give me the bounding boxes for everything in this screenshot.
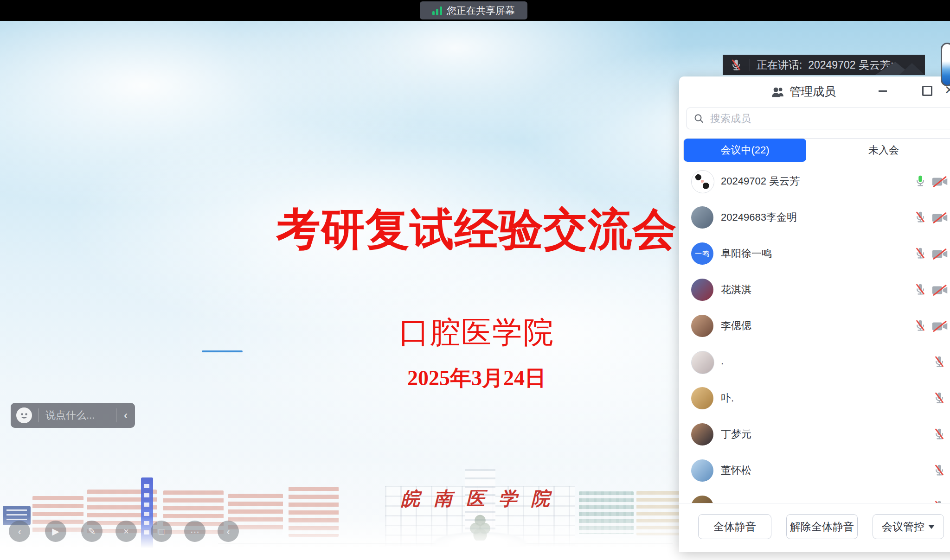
tab-in-meeting[interactable]: 会议中(22) bbox=[684, 139, 806, 162]
manage-members-panel: 管理成员 ✕ 会议中(22) 未入会 20249702 吴云芳 bbox=[679, 76, 950, 552]
camera-status-icon[interactable] bbox=[931, 176, 948, 188]
minimize-button[interactable] bbox=[879, 90, 887, 92]
member-name: 阜阳徐一鸣 bbox=[721, 247, 772, 261]
tab-not-joined[interactable]: 未入会 bbox=[806, 139, 950, 162]
member-row[interactable]: 20249683李金明 bbox=[679, 199, 950, 235]
chat-collapse-chevron[interactable]: ‹ bbox=[124, 409, 128, 422]
camera-status-icon[interactable] bbox=[931, 248, 948, 260]
member-row[interactable]: 丁梦元 bbox=[679, 416, 950, 452]
avatar bbox=[691, 206, 713, 229]
member-row[interactable]: 卟. bbox=[679, 380, 950, 416]
avatar bbox=[691, 315, 713, 337]
maximize-button[interactable] bbox=[922, 86, 932, 96]
avatar bbox=[691, 423, 713, 445]
member-name: 李偲偲 bbox=[721, 319, 751, 333]
avatar bbox=[691, 459, 713, 482]
mic-status-icon[interactable] bbox=[913, 210, 927, 224]
member-tabs: 会议中(22) 未入会 bbox=[683, 138, 950, 162]
mic-status-icon[interactable] bbox=[932, 463, 946, 477]
muted-mic-icon bbox=[729, 58, 743, 72]
avatar bbox=[691, 170, 714, 193]
member-name: . bbox=[721, 355, 724, 367]
mic-status-icon[interactable] bbox=[913, 174, 927, 188]
search-input[interactable] bbox=[709, 109, 950, 128]
chat-input[interactable]: 说点什么... bbox=[45, 408, 109, 422]
mute-all-button[interactable]: 全体静音 bbox=[698, 514, 771, 539]
play-icon[interactable]: ▶ bbox=[45, 521, 66, 542]
avatar: 一鸣 bbox=[691, 242, 713, 265]
slide-subtitle: 口腔医学院 bbox=[274, 312, 680, 353]
camera-status-icon[interactable] bbox=[931, 212, 948, 224]
member-name: 丁梦元 bbox=[721, 427, 751, 441]
member-row[interactable]: 20249702 吴云芳 bbox=[679, 163, 950, 199]
mic-status-icon[interactable] bbox=[913, 282, 927, 296]
building-sign-text: 皖南医学院 bbox=[397, 486, 568, 511]
member-list: 20249702 吴云芳 20249683李金明 bbox=[679, 163, 950, 503]
member-name: 卟. bbox=[721, 391, 734, 405]
avatar bbox=[691, 351, 714, 374]
member-name: 花淇淇 bbox=[721, 283, 751, 297]
top-bar: 您正在共享屏幕 bbox=[0, 0, 950, 21]
mic-status-icon[interactable] bbox=[932, 391, 946, 405]
slide-date: 2025年3月24日 bbox=[274, 364, 680, 393]
search-icon bbox=[693, 113, 705, 124]
more-icon[interactable]: ··· bbox=[184, 521, 205, 542]
speaking-label: 正在讲话: bbox=[757, 59, 802, 71]
pencil-icon[interactable]: ✎ bbox=[81, 521, 103, 542]
unmute-all-button[interactable]: 解除全体静音 bbox=[786, 514, 858, 539]
slide-title: 考研复试经验交流会 bbox=[274, 200, 680, 260]
chat-quick-bar[interactable]: 说点什么... ‹ bbox=[11, 403, 135, 428]
meeting-control-button[interactable]: 会议管控 bbox=[873, 514, 944, 539]
member-name: 20249683李金明 bbox=[721, 210, 797, 224]
members-icon bbox=[771, 86, 785, 98]
member-name: 20249702 吴云芳 bbox=[721, 174, 800, 188]
avatar bbox=[691, 279, 713, 301]
screen-share-status-pill: 您正在共享屏幕 bbox=[420, 1, 527, 19]
panel-title: 管理成员 bbox=[790, 84, 836, 99]
close-icon[interactable]: × bbox=[116, 521, 137, 542]
collapse-icon[interactable]: ‹ bbox=[218, 521, 239, 542]
share-signal-icon bbox=[432, 6, 442, 15]
camera-status-icon[interactable] bbox=[931, 284, 948, 296]
mic-status-icon[interactable] bbox=[913, 318, 927, 332]
mic-status-icon[interactable] bbox=[932, 427, 946, 441]
emoji-smiley-icon[interactable] bbox=[16, 407, 32, 423]
avatar bbox=[691, 496, 713, 503]
volume-level-indicator bbox=[941, 43, 950, 86]
member-row[interactable]: 李偲偲 bbox=[679, 308, 950, 344]
member-search-box[interactable] bbox=[687, 108, 950, 129]
slide-blue-underline bbox=[202, 350, 243, 352]
speaking-banner: 正在讲话: 20249702 吴云芳: bbox=[723, 55, 925, 75]
share-status-text: 您正在共享屏幕 bbox=[447, 4, 515, 17]
panel-header: 管理成员 ✕ bbox=[679, 76, 950, 106]
panel-footer: 全体静音 解除全体静音 会议管控 bbox=[679, 503, 950, 552]
divider bbox=[39, 408, 39, 422]
divider bbox=[750, 59, 750, 71]
member-row[interactable]: 花淇淇 bbox=[679, 272, 950, 308]
mic-status-icon[interactable] bbox=[932, 355, 946, 369]
camera-status-icon[interactable] bbox=[931, 320, 948, 332]
member-row[interactable]: . bbox=[679, 344, 950, 380]
member-row[interactable] bbox=[679, 489, 950, 503]
avatar bbox=[691, 387, 713, 409]
mic-status-icon[interactable] bbox=[913, 246, 927, 260]
member-row[interactable]: 董怀松 bbox=[679, 452, 950, 489]
speaker-name: 20249702 吴云芳: bbox=[808, 59, 893, 71]
member-name: 董怀松 bbox=[721, 464, 751, 477]
mic-status-icon[interactable] bbox=[932, 499, 946, 503]
divider bbox=[116, 408, 116, 422]
screen-icon[interactable]: □ bbox=[151, 521, 172, 542]
chevron-left-icon[interactable]: ‹ bbox=[9, 521, 30, 542]
dropdown-caret-icon bbox=[928, 525, 935, 529]
member-row[interactable]: 一鸣 阜阳徐一鸣 bbox=[679, 235, 950, 272]
